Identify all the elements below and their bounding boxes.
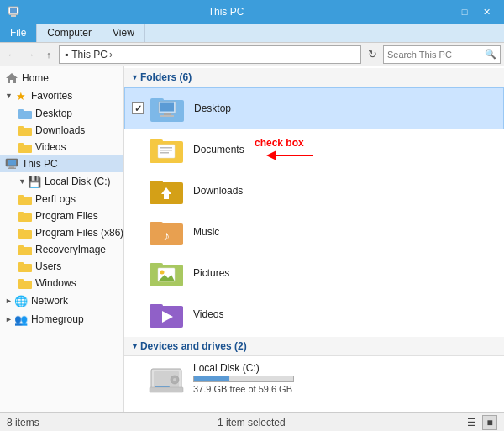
recoveryimage-label: RecoveryImage	[35, 244, 106, 255]
svg-rect-21	[160, 150, 172, 151]
refresh-button[interactable]: ↻	[363, 45, 381, 64]
back-button[interactable]: ←	[3, 45, 20, 64]
up-button[interactable]: ↑	[40, 45, 57, 64]
sidebar-local-disk-label: Local Disk (C:)	[45, 176, 111, 187]
window-root: This PC – □ ✕ File Computer View ← → ↑ ▪…	[0, 0, 504, 431]
sidebar-item-windows[interactable]: Windows	[13, 275, 123, 292]
content-area: ▼ Folders (6)	[124, 66, 504, 412]
programfiles-icon	[18, 209, 32, 223]
sidebar-item-downloads[interactable]: Downloads	[13, 122, 123, 139]
minimize-button[interactable]: –	[432, 0, 454, 24]
svg-point-32	[160, 271, 165, 275]
local-disk-info: Local Disk (C:) 37.9 GB free of 59.6 GB	[193, 362, 294, 394]
forward-button[interactable]: →	[22, 45, 39, 64]
file-item-downloads[interactable]: Downloads	[124, 171, 504, 212]
path-root-icon: ▪	[65, 49, 68, 60]
disk-space-bar-fill	[194, 376, 229, 381]
users-icon	[18, 260, 32, 273]
file-item-pictures[interactable]: Pictures	[124, 253, 504, 294]
window-icon	[7, 5, 20, 18]
svg-rect-18	[150, 139, 163, 145]
sidebar-item-recoveryimage[interactable]: RecoveryImage	[13, 241, 123, 258]
sidebar-item-home-label: Home	[22, 72, 49, 84]
network-expand-icon: ►	[5, 297, 13, 305]
tiles-view-button[interactable]: ■	[482, 415, 497, 430]
sidebar-item-home[interactable]: Home	[0, 70, 123, 87]
search-box: 🔍	[383, 45, 501, 64]
sidebar-network-label: Network	[31, 295, 68, 307]
drive-item-c[interactable]: Local Disk (C:) 37.9 GB free of 59.6 GB	[124, 356, 504, 400]
sidebar-item-this-pc[interactable]: This PC	[0, 155, 123, 172]
status-bar: 8 items 1 item selected ☰ ■	[0, 412, 504, 431]
local-disk-lg-icon	[146, 361, 186, 395]
tab-computer[interactable]: Computer	[37, 24, 102, 42]
item-count: 8 items	[7, 417, 39, 428]
address-path[interactable]: ▪ This PC ›	[59, 45, 361, 64]
sidebar-homegroup-header[interactable]: ► 👥 Homegroup	[0, 310, 123, 329]
sidebar-local-disk-header[interactable]: ▼ 💾 Local Disk (C:)	[0, 172, 123, 191]
title-bar: This PC – □ ✕	[0, 0, 504, 24]
maximize-button[interactable]: □	[454, 0, 475, 24]
svg-rect-6	[8, 160, 16, 166]
sidebar-item-videos[interactable]: Videos	[13, 139, 123, 155]
sidebar-item-users[interactable]: Users	[13, 258, 123, 275]
svg-rect-8	[8, 168, 16, 170]
svg-rect-30	[150, 263, 163, 268]
svg-rect-12	[160, 103, 174, 112]
documents-folder-lg-icon	[146, 133, 186, 166]
star-icon: ★	[16, 90, 26, 102]
svg-text:♪: ♪	[163, 229, 170, 243]
disk-space-bar-container	[193, 376, 294, 382]
file-item-documents[interactable]: Documents	[124, 129, 504, 171]
local-disk-icon: 💾	[28, 175, 41, 188]
desktop-folder-icon	[18, 107, 32, 120]
music-label: Music	[193, 226, 219, 238]
desktop-checkbox[interactable]	[132, 102, 144, 114]
sidebar-item-desktop[interactable]: Desktop	[13, 105, 123, 122]
close-button[interactable]: ✕	[475, 0, 497, 24]
svg-rect-35	[150, 304, 163, 309]
pictures-folder-lg-icon	[146, 256, 186, 290]
sidebar-favorites-header[interactable]: ▼ ★ Favorites	[0, 87, 123, 105]
folders-section-header[interactable]: ▼ Folders (6)	[124, 68, 504, 87]
music-folder-lg-icon: ♪	[146, 215, 186, 249]
sidebar-this-pc-label: This PC	[22, 158, 58, 170]
programfilesx86-icon	[18, 226, 32, 239]
sidebar-desktop-label: Desktop	[35, 108, 72, 119]
documents-label: Documents	[193, 144, 244, 155]
svg-rect-42	[155, 386, 160, 387]
tab-view[interactable]: View	[102, 24, 145, 42]
sidebar-item-perflogs[interactable]: PerfLogs	[13, 191, 123, 208]
address-bar: ← → ↑ ▪ This PC › ↻ 🔍	[0, 43, 504, 66]
perflogs-icon	[18, 192, 32, 206]
drives-expand-icon: ▼	[131, 342, 139, 350]
videos-label: Videos	[193, 308, 223, 320]
sidebar-network-header[interactable]: ► 🌐 Network	[0, 292, 123, 310]
desktop-folder-lg-icon	[147, 92, 187, 125]
main-layout: Home ▼ ★ Favorites Desktop	[0, 66, 504, 412]
folders-expand-icon: ▼	[131, 73, 139, 81]
title-bar-left	[7, 5, 20, 18]
sidebar-item-programfiles[interactable]: Program Files	[13, 208, 123, 224]
favorites-children: Desktop Downloads Videos	[0, 105, 123, 155]
downloads-folder-lg-icon	[146, 174, 186, 208]
pictures-label: Pictures	[193, 267, 229, 279]
details-view-button[interactable]: ☰	[464, 415, 479, 430]
users-label: Users	[35, 260, 61, 272]
favorites-expand-icon: ▼	[5, 92, 13, 100]
title-bar-controls: – □ ✕	[432, 0, 497, 24]
svg-rect-24	[150, 181, 163, 186]
sidebar-videos-label: Videos	[35, 141, 66, 153]
search-input[interactable]	[387, 50, 485, 60]
local-disk-space: 37.9 GB free of 59.6 GB	[193, 384, 294, 394]
file-item-desktop[interactable]: Desktop	[124, 87, 504, 129]
sidebar-downloads-label: Downloads	[35, 124, 85, 136]
sidebar-item-programfilesx86[interactable]: Program Files (x86)	[13, 224, 123, 241]
file-item-music[interactable]: ♪ Music	[124, 212, 504, 253]
file-item-videos[interactable]: Videos	[124, 294, 504, 335]
windows-icon	[18, 276, 32, 290]
homegroup-icon: 👥	[14, 313, 28, 326]
drives-section-header[interactable]: ▼ Devices and drives (2)	[124, 337, 504, 356]
tab-file[interactable]: File	[0, 24, 37, 42]
windows-label: Windows	[35, 277, 76, 289]
